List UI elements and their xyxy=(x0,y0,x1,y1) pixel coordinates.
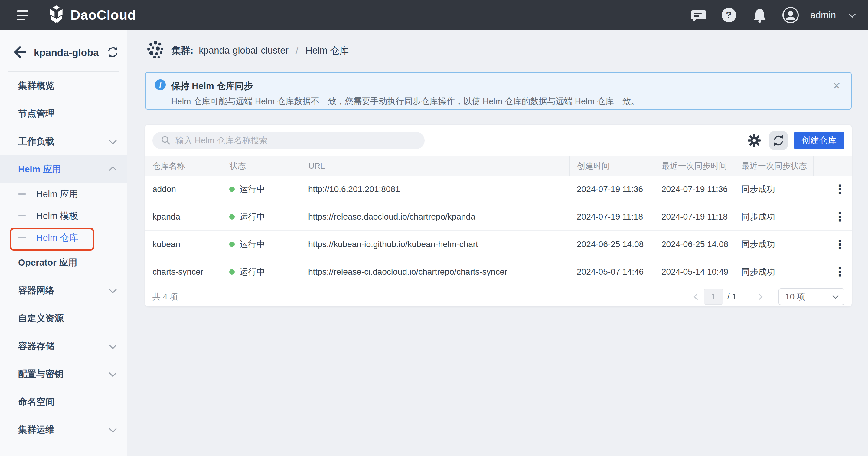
sync-status-cell: 同步成功 xyxy=(734,183,813,195)
sidebar-header: kpanda-global-cl... xyxy=(0,30,127,72)
total-count-label: 共 4 项 xyxy=(152,291,178,302)
column-header-actions xyxy=(813,156,852,176)
page-number-input[interactable]: 1 xyxy=(704,289,723,305)
sidebar-item-label: 集群运维 xyxy=(18,424,110,436)
breadcrumb-current: Helm 仓库 xyxy=(306,44,349,57)
created-time-cell: 2024-07-19 11:36 xyxy=(569,184,654,194)
sidebar-item-1[interactable]: 节点管理 xyxy=(0,99,127,127)
sidebar-subitem-3-0[interactable]: Helm 应用 xyxy=(0,183,127,205)
repo-status-cell: 运行中 xyxy=(222,238,301,250)
search-input[interactable] xyxy=(175,135,417,146)
sidebar-item-4[interactable]: Operator 应用 xyxy=(0,249,127,277)
sidebar-item-7[interactable]: 容器存储 xyxy=(0,332,127,360)
sidebar-item-label: 命名空间 xyxy=(18,396,116,408)
kebab-menu-icon[interactable]: ⋮ xyxy=(834,211,846,223)
sidebar-item-2[interactable]: 工作负载 xyxy=(0,127,127,155)
breadcrumb-cluster-link[interactable]: kpanda-global-cluster xyxy=(199,45,288,56)
table-row: kubean运行中https://kubean-io.github.io/kub… xyxy=(145,231,852,258)
status-label: 运行中 xyxy=(240,266,265,278)
status-dot-green xyxy=(229,187,235,192)
chevron-down-icon xyxy=(109,425,117,432)
table-footer: 共 4 项 1 / 1 10 项 xyxy=(145,286,852,307)
sidebar-item-label: Operator 应用 xyxy=(18,256,116,269)
help-icon[interactable]: ? xyxy=(720,7,737,24)
repo-name-cell: kpanda xyxy=(145,212,222,222)
sidebar-menu: 集群概览节点管理工作负载Helm 应用Helm 应用Helm 模板Helm 仓库… xyxy=(0,72,127,444)
sidebar-item-9[interactable]: 命名空间 xyxy=(0,388,127,416)
table-header: 仓库名称状态URL创建时间最近一次同步时间最近一次同步状态 xyxy=(145,156,852,176)
status-dot-green xyxy=(229,214,235,220)
switch-cluster-icon[interactable] xyxy=(106,46,119,60)
notification-bell-icon[interactable] xyxy=(751,7,768,24)
page-size-select[interactable]: 10 项 xyxy=(778,288,844,305)
repo-name-cell: charts-syncer xyxy=(145,267,222,277)
info-banner: i 保持 Helm 仓库同步 Helm 仓库可能与远端 Helm 仓库数据不一致… xyxy=(145,72,852,110)
sidebar-item-label: 自定义资源 xyxy=(18,312,116,324)
last-sync-time-cell: 2024-06-25 14:08 xyxy=(654,239,734,249)
last-sync-time-cell: 2024-05-14 10:49 xyxy=(654,267,734,277)
gear-icon[interactable] xyxy=(745,132,763,149)
status-dot-green xyxy=(229,241,235,247)
topbar-actions: ? admin xyxy=(689,7,855,24)
cluster-name-label: kpanda-global-cl... xyxy=(34,47,99,58)
actions-cell: ⋮ xyxy=(813,238,852,250)
actions-cell: ⋮ xyxy=(813,183,852,195)
search-box xyxy=(152,132,425,149)
sidebar-item-5[interactable]: 容器网络 xyxy=(0,277,127,304)
last-sync-time-cell: 2024-07-19 11:18 xyxy=(654,212,734,222)
breadcrumb-separator: / xyxy=(296,45,299,56)
chevron-down-icon xyxy=(832,292,839,299)
prev-page-icon[interactable] xyxy=(694,293,701,300)
status-label: 运行中 xyxy=(240,238,265,250)
chevron-down-icon[interactable] xyxy=(849,11,856,18)
pagination: 1 / 1 10 项 xyxy=(695,288,844,305)
next-page-icon[interactable] xyxy=(756,293,763,300)
back-arrow-icon[interactable] xyxy=(12,45,27,61)
brand-name: DaoCloud xyxy=(70,7,136,23)
sidebar-subitem-3-1[interactable]: Helm 模板 xyxy=(0,205,127,227)
sidebar-item-10[interactable]: 集群运维 xyxy=(0,416,127,444)
sidebar-item-6[interactable]: 自定义资源 xyxy=(0,304,127,332)
kebab-menu-icon[interactable]: ⋮ xyxy=(834,183,846,195)
dash-icon xyxy=(18,215,26,217)
kebab-menu-icon[interactable]: ⋮ xyxy=(834,266,846,278)
sidebar-subitem-label: Helm 模板 xyxy=(36,210,78,222)
create-repo-button[interactable]: 创建仓库 xyxy=(794,132,844,149)
page-size-value: 10 项 xyxy=(785,291,805,303)
daocloud-logo-icon xyxy=(48,5,65,25)
menu-toggle-icon[interactable] xyxy=(17,10,28,20)
repo-url-cell: https://release-ci.daocloud.io/chartrepo… xyxy=(301,267,569,277)
chevron-up-icon xyxy=(109,166,117,174)
created-time-cell: 2024-05-07 14:46 xyxy=(569,267,654,277)
status-label: 运行中 xyxy=(240,211,265,223)
info-icon: i xyxy=(155,79,166,90)
page-total-label: / 1 xyxy=(727,292,737,302)
user-avatar[interactable] xyxy=(782,7,799,24)
refresh-icon[interactable] xyxy=(769,132,787,149)
column-header-1: 状态 xyxy=(222,156,301,176)
sidebar-item-3[interactable]: Helm 应用 xyxy=(0,155,127,183)
kebab-menu-icon[interactable]: ⋮ xyxy=(834,238,846,250)
sidebar-subitem-label: Helm 仓库 xyxy=(36,232,78,244)
sync-status-cell: 同步成功 xyxy=(734,238,813,250)
sidebar-subitem-3-2[interactable]: Helm 仓库 xyxy=(0,227,127,249)
sidebar-item-8[interactable]: 配置与密钥 xyxy=(0,360,127,388)
topbar: DaoCloud ? admin xyxy=(0,0,868,30)
message-icon[interactable] xyxy=(689,7,707,24)
column-header-3: 创建时间 xyxy=(569,156,654,176)
close-icon[interactable]: ✕ xyxy=(832,80,841,92)
sidebar-item-0[interactable]: 集群概览 xyxy=(0,72,127,99)
column-header-5: 最近一次同步状态 xyxy=(734,156,813,176)
created-time-cell: 2024-07-19 11:18 xyxy=(569,212,654,222)
column-header-0: 仓库名称 xyxy=(145,156,222,176)
banner-title: 保持 Helm 仓库同步 xyxy=(171,80,253,92)
brand-logo: DaoCloud xyxy=(48,5,136,25)
repo-status-cell: 运行中 xyxy=(222,183,301,195)
dash-icon xyxy=(18,194,26,195)
repo-status-cell: 运行中 xyxy=(222,211,301,223)
sync-status-cell: 同步成功 xyxy=(734,211,813,223)
sidebar-item-label: Helm 应用 xyxy=(18,163,110,176)
table-body: addon运行中http://10.6.201.201:80812024-07-… xyxy=(145,176,852,286)
sync-status-cell: 同步成功 xyxy=(734,266,813,278)
created-time-cell: 2024-06-25 14:08 xyxy=(569,239,654,249)
